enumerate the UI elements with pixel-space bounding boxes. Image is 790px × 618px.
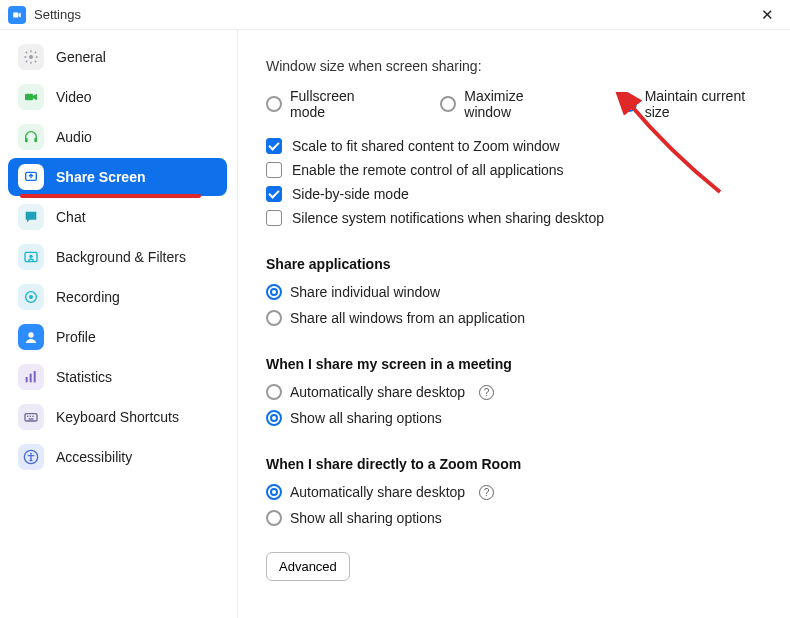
sidebar-item-audio[interactable]: Audio [8,118,227,156]
radio-label: Share all windows from an application [290,310,525,326]
window-size-options: Fullscreen modeMaximize windowMaintain c… [266,88,770,120]
checkbox-label: Scale to fit shared content to Zoom wind… [292,138,560,154]
radio-circle-icon [266,484,282,500]
radio-autodesk2[interactable]: Automatically share desktop? [266,484,770,500]
zoomroom-title: When I share directly to a Zoom Room [266,456,770,472]
radio-showall2[interactable]: Show all sharing options [266,510,770,526]
sidebar-item-label: Audio [56,129,92,145]
radio-circle-icon [266,284,282,300]
svg-rect-15 [30,416,31,417]
share-apps-title: Share applications [266,256,770,272]
svg-point-19 [30,453,32,455]
sidebar-item-accessibility[interactable]: Accessibility [8,438,227,476]
svg-rect-10 [26,377,28,382]
profile-icon [18,324,44,350]
svg-rect-16 [32,416,33,417]
sidebar-item-background[interactable]: Background & Filters [8,238,227,276]
svg-rect-11 [30,374,32,383]
chat-icon [18,204,44,230]
checkbox-icon [266,162,282,178]
sidebar-item-profile[interactable]: Profile [8,318,227,356]
sidebar-item-label: Video [56,89,92,105]
window-size-heading: Window size when screen sharing: [266,58,770,74]
keyboard-icon [18,404,44,430]
radio-allwin[interactable]: Share all windows from an application [266,310,770,326]
sidebar-item-label: Keyboard Shortcuts [56,409,179,425]
radio-circle-icon [266,310,282,326]
radio-circle-icon [266,410,282,426]
radio-label: Fullscreen mode [290,88,390,120]
sidebar-item-label: Statistics [56,369,112,385]
checkbox-label: Side-by-side mode [292,186,409,202]
share-icon [18,164,44,190]
window-title: Settings [34,7,752,22]
sidebar-item-share-screen[interactable]: Share Screen [8,158,227,196]
radio-label: Automatically share desktop [290,484,465,500]
app-icon [8,6,26,24]
share-apps-options: Share individual windowShare all windows… [266,284,770,326]
sidebar-item-label: Chat [56,209,86,225]
checkbox-sbs[interactable]: Side-by-side mode [266,186,770,202]
meeting-options: Automatically share desktop?Show all sha… [266,384,770,426]
sidebar-item-video[interactable]: Video [8,78,227,116]
svg-rect-12 [34,371,36,382]
gear-icon [18,44,44,70]
svg-rect-17 [28,418,33,419]
video-icon [18,84,44,110]
radio-label: Automatically share desktop [290,384,465,400]
sidebar-item-statistics[interactable]: Statistics [8,358,227,396]
svg-rect-13 [25,414,37,421]
sidebar-item-label: Share Screen [56,169,146,185]
access-icon [18,444,44,470]
svg-point-8 [29,295,33,299]
radio-fullscreen[interactable]: Fullscreen mode [266,88,390,120]
sidebar-item-chat[interactable]: Chat [8,198,227,236]
radio-circle-icon [266,96,282,112]
share-checkboxes: Scale to fit shared content to Zoom wind… [266,138,770,226]
sidebar-item-label: Background & Filters [56,249,186,265]
stats-icon [18,364,44,390]
radio-showall1[interactable]: Show all sharing options [266,410,770,426]
checkbox-icon [266,210,282,226]
sidebar-item-label: Profile [56,329,96,345]
sidebar-item-recording[interactable]: Recording [8,278,227,316]
checkbox-remote[interactable]: Enable the remote control of all applica… [266,162,770,178]
meeting-title: When I share my screen in a meeting [266,356,770,372]
svg-point-0 [29,55,33,59]
advanced-button[interactable]: Advanced [266,552,350,581]
close-button[interactable]: ✕ [752,0,782,30]
radio-maintain[interactable]: Maintain current size [621,88,770,120]
sidebar-item-general[interactable]: General [8,38,227,76]
sidebar-item-label: Accessibility [56,449,132,465]
svg-point-9 [28,332,33,337]
checkbox-silence[interactable]: Silence system notifications when sharin… [266,210,770,226]
radio-label: Maintain current size [645,88,770,120]
svg-point-6 [29,255,32,258]
radio-maximize[interactable]: Maximize window [440,88,570,120]
radio-autodesk1[interactable]: Automatically share desktop? [266,384,770,400]
radio-label: Maximize window [464,88,570,120]
radio-label: Show all sharing options [290,410,442,426]
radio-circle-icon [440,96,456,112]
checkbox-icon [266,138,282,154]
zoomroom-options: Automatically share desktop?Show all sha… [266,484,770,526]
checkbox-scale[interactable]: Scale to fit shared content to Zoom wind… [266,138,770,154]
sidebar-item-keyboard[interactable]: Keyboard Shortcuts [8,398,227,436]
checkbox-label: Enable the remote control of all applica… [292,162,564,178]
help-icon[interactable]: ? [479,385,494,400]
svg-rect-14 [27,416,28,417]
help-icon[interactable]: ? [479,485,494,500]
checkbox-label: Silence system notifications when sharin… [292,210,604,226]
svg-rect-3 [34,138,37,143]
radio-circle-icon [266,384,282,400]
checkbox-icon [266,186,282,202]
headphones-icon [18,124,44,150]
svg-rect-2 [25,138,28,143]
record-icon [18,284,44,310]
content-panel: Window size when screen sharing: Fullscr… [238,30,790,618]
sidebar-item-label: Recording [56,289,120,305]
titlebar: Settings ✕ [0,0,790,30]
radio-circle-icon [621,96,637,112]
sidebar-item-label: General [56,49,106,65]
radio-indiv[interactable]: Share individual window [266,284,770,300]
